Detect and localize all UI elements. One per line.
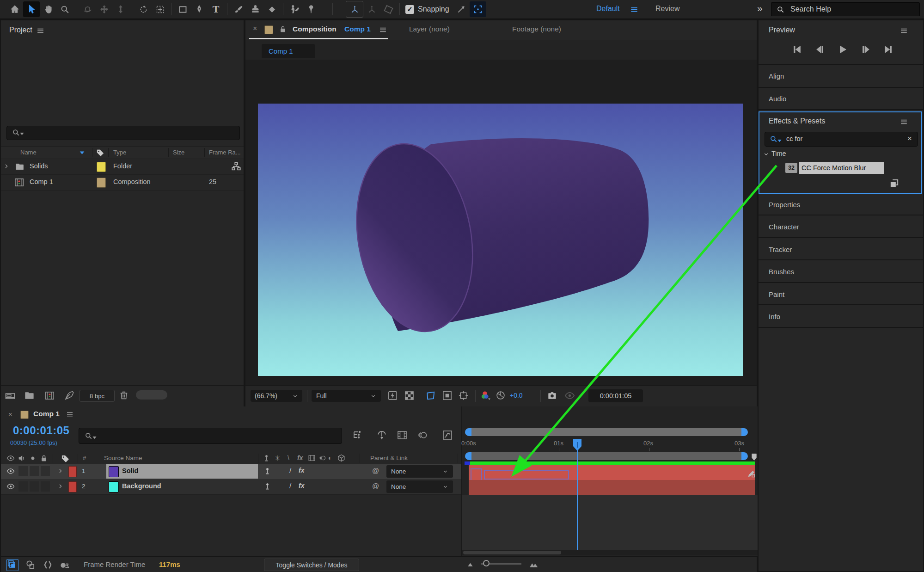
dolly-camera-tool[interactable] [112, 1, 129, 17]
project-panel-title[interactable]: Project [9, 26, 32, 34]
effects-search-value[interactable]: cc for [786, 135, 802, 142]
layer-swatch[interactable] [109, 466, 119, 477]
layer-row-solid[interactable]: 1 Solid / fx @ None [1, 464, 461, 480]
home-button[interactable] [6, 1, 23, 17]
timeline-tab-name[interactable]: Comp 1 [33, 410, 60, 418]
character-panel-title[interactable]: Character [769, 223, 799, 231]
view-axis-mode[interactable] [380, 1, 397, 17]
expand-chevron-icon[interactable] [3, 163, 9, 169]
unlock-icon[interactable] [279, 25, 287, 33]
next-frame-button[interactable] [861, 44, 871, 55]
solo-icon[interactable] [29, 454, 37, 462]
workspace-review[interactable]: Review [655, 5, 679, 13]
transparency-grid-icon[interactable] [404, 390, 415, 401]
play-button[interactable] [838, 44, 848, 55]
grid-guides-options-icon[interactable] [458, 390, 469, 401]
shy-column-icon[interactable] [263, 454, 270, 462]
brushes-panel-title[interactable]: Brushes [769, 268, 794, 276]
help-search-box[interactable]: Search Help [771, 2, 920, 16]
tab-footage[interactable]: Footage (none) [512, 25, 561, 33]
video-eye-toggle[interactable] [6, 467, 15, 475]
project-search-box[interactable] [6, 126, 240, 140]
quality-column-icon[interactable]: \ [288, 454, 289, 461]
motion-blur-column-icon[interactable] [318, 454, 326, 462]
collapse-column-icon[interactable]: ✳ [275, 454, 281, 462]
layer-bar-background[interactable] [469, 480, 755, 495]
new-animation-preset-icon[interactable] [889, 178, 900, 189]
item-name[interactable]: Solids [30, 162, 48, 170]
show-snapshot-icon[interactable] [564, 390, 575, 401]
effect-item-cc-force-motion-blur[interactable]: 32 CC Force Motion Blur [759, 161, 921, 175]
pan-camera-tool[interactable] [96, 1, 112, 17]
puppet-pin-tool[interactable] [303, 1, 319, 17]
magnification-dropdown[interactable]: (66.7%) [251, 390, 302, 402]
zoom-slider-knob[interactable] [483, 560, 490, 566]
region-of-interest-icon[interactable] [425, 390, 436, 401]
fast-previews-icon[interactable] [387, 390, 398, 401]
snap-bounding-box-button[interactable] [470, 1, 486, 17]
effects-group-time[interactable]: Time [759, 148, 921, 160]
composition-mini-flowchart-icon[interactable] [352, 430, 363, 441]
snapshot-camera-icon[interactable] [547, 390, 557, 401]
video-eye-icon[interactable] [6, 454, 15, 462]
properties-panel-title[interactable]: Properties [769, 201, 800, 209]
effects-search-box[interactable]: cc for × [765, 132, 918, 147]
quality-toggle[interactable]: / [289, 482, 291, 490]
current-timecode[interactable]: 0:00:01:05 [13, 424, 69, 437]
solo-toggle-cell[interactable] [30, 481, 39, 492]
solo-toggle-cell[interactable] [30, 466, 39, 476]
frame-blend-column-icon[interactable] [308, 454, 316, 462]
timeline-search-box[interactable] [79, 428, 342, 444]
time-ruler[interactable]: 0:00s 01s 02s 03s [462, 437, 758, 452]
paint-panel-title[interactable]: Paint [769, 290, 784, 298]
layer-row-background[interactable]: 2 Background / fx @ None [1, 479, 461, 495]
interpret-footage-icon[interactable] [5, 390, 16, 401]
local-axis-mode[interactable] [346, 1, 363, 18]
column-name[interactable]: Name [20, 149, 37, 156]
audio-toggle-cell[interactable] [18, 466, 28, 476]
parent-dropdown[interactable]: None [386, 465, 453, 478]
item-name[interactable]: Comp 1 [30, 178, 53, 185]
tab-composition-name[interactable]: Comp 1 [344, 25, 371, 33]
selection-tool[interactable] [23, 1, 40, 17]
project-row-solids[interactable]: Solids Folder [1, 159, 244, 175]
audio-panel-title[interactable]: Audio [769, 95, 786, 103]
column-size[interactable]: Size [173, 149, 184, 156]
snap-pickwhip-icon[interactable] [453, 1, 470, 17]
layer-name[interactable]: Background [122, 482, 161, 490]
rotate-tool[interactable] [135, 1, 152, 17]
comp-subtab[interactable]: Comp 1 [262, 44, 315, 58]
snapping-checkbox[interactable]: ✓ [405, 5, 414, 14]
label-color-chip[interactable] [97, 162, 106, 172]
lock-icon[interactable] [40, 454, 48, 462]
workspace-overflow-button[interactable]: » [757, 3, 763, 14]
shy-toggle[interactable] [263, 467, 271, 475]
brush-tool[interactable] [230, 1, 247, 17]
layer-label-color[interactable] [68, 466, 77, 477]
pen-tool[interactable] [191, 1, 208, 17]
delete-trash-icon[interactable] [119, 390, 129, 400]
project-row-comp1[interactable]: Comp 1 Composition 25 [1, 175, 244, 191]
draft-3d-icon[interactable] [376, 430, 387, 441]
edit-pen-icon[interactable] [747, 469, 756, 478]
viewer-menu-icon[interactable] [379, 25, 387, 34]
zoom-in-mountains-icon[interactable] [528, 560, 540, 569]
pan-behind-tool[interactable] [152, 1, 168, 17]
type-tool[interactable]: T [208, 1, 224, 17]
tracker-panel-title[interactable]: Tracker [769, 246, 792, 253]
clear-search-icon[interactable]: × [907, 134, 912, 143]
render-time-snail-icon[interactable] [59, 560, 70, 570]
last-frame-button[interactable] [883, 44, 893, 55]
first-frame-button[interactable] [792, 44, 802, 55]
effect-name[interactable]: CC Force Motion Blur [799, 162, 884, 174]
fx-column-icon[interactable]: fx [297, 454, 303, 461]
audio-speaker-icon[interactable] [18, 454, 26, 462]
timeline-menu-icon[interactable] [66, 410, 74, 418]
close-tab-icon[interactable]: × [253, 25, 257, 33]
project-panel-menu-icon[interactable] [36, 26, 45, 35]
time-navigator-bar[interactable] [465, 428, 748, 436]
column-parent-link[interactable]: Parent & Link [370, 455, 408, 461]
column-frame-rate[interactable]: Frame Ra... [209, 149, 241, 156]
layer-swatch[interactable] [109, 481, 119, 492]
expand-chevron-icon[interactable] [57, 468, 63, 474]
